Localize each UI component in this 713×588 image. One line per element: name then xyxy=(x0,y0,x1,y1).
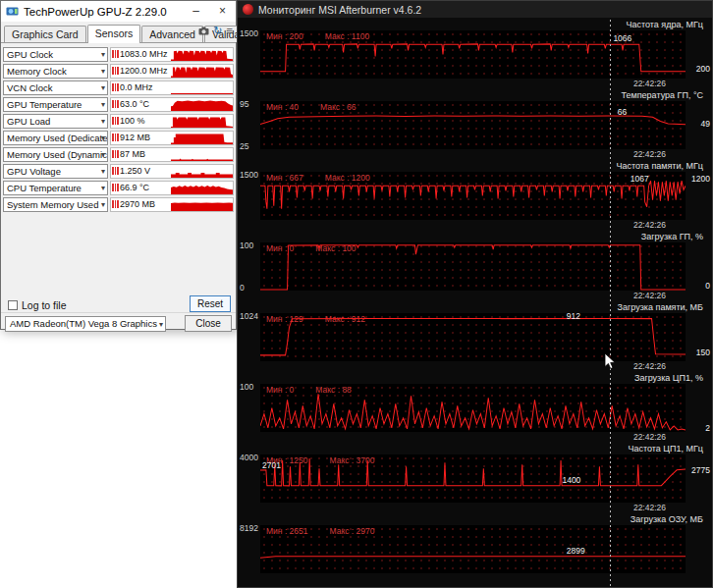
checkbox-icon[interactable] xyxy=(8,300,18,310)
latest-value-label: 150 xyxy=(696,347,710,357)
sensor-select-gpu-temperature[interactable]: GPU Temperature▾ xyxy=(3,97,108,112)
current-value-label: 1400 xyxy=(562,475,580,485)
latest-value-label: 2775 xyxy=(691,465,710,475)
mini-graph-icon xyxy=(112,83,119,91)
mini-graph-icon xyxy=(112,67,119,75)
graph-gpu-temperature: Температура ГП, °C 95 25 Мин : 40Макс : … xyxy=(238,90,712,161)
graph-plot: 4000 Мин : 1250Макс : 3700 2701 1400 277… xyxy=(260,454,686,503)
desktop: TechPowerUp GPU-Z 2.29.0 – × Graphics Ca… xyxy=(0,0,713,588)
current-value-label: 2899 xyxy=(567,546,585,556)
graph-cpu1-clock: Частота ЦП1, МГц 4000 Мин : 1250Макс : 3… xyxy=(238,444,712,514)
latest-value-label: 0 xyxy=(705,281,710,291)
refresh-icon[interactable]: ↻ xyxy=(213,26,222,36)
time-cursor-line xyxy=(610,20,611,587)
sensor-row-memory-clock: Memory Clock▾ 1200.0 MHz xyxy=(3,64,234,79)
graph-trace xyxy=(260,313,686,361)
axis-max-label: 100 xyxy=(240,241,253,250)
device-select[interactable]: AMD Radeon(TM) Vega 8 Graphics ▾ xyxy=(5,316,166,332)
chevron-down-icon: ▾ xyxy=(101,98,105,111)
graph-memory-usage: Загрузка памяти, МБ 1024 Мин : 129Макс :… xyxy=(238,302,712,373)
sensor-select-memory-used-dynamic[interactable]: Memory Used (Dynamic)▾ xyxy=(3,147,108,162)
sensor-value-cell: 66.9 °C xyxy=(110,181,234,195)
latest-value-label: 200 xyxy=(696,64,710,74)
sensor-select-vcn-clock[interactable]: VCN Clock▾ xyxy=(3,80,108,95)
tab-advanced[interactable]: Advanced xyxy=(141,26,203,42)
mini-graph-icon xyxy=(112,167,119,175)
mini-graph-icon xyxy=(112,184,119,191)
sensor-value: 66.9 °C xyxy=(120,182,171,194)
gpuz-window: TechPowerUp GPU-Z 2.29.0 – × Graphics Ca… xyxy=(0,0,237,330)
sensor-row-vcn-clock: VCN Clock▾ 0.0 MHz xyxy=(3,80,234,95)
sensor-name: GPU Load xyxy=(7,116,50,127)
sensor-value: 63.0 °C xyxy=(120,98,171,111)
tab-graphics-card[interactable]: Graphics Card xyxy=(4,26,86,42)
chevron-down-icon: ▾ xyxy=(101,148,105,161)
close-button[interactable]: Close xyxy=(185,315,232,332)
graph-memory-clock: Частота памяти, МГц 1500 Мин : 667Макс :… xyxy=(238,161,712,232)
afterburner-window: Мониторинг MSI Afterburner v4.6.2 Частот… xyxy=(237,0,713,588)
afterburner-app-icon xyxy=(243,4,253,15)
sensor-sparkline xyxy=(171,198,233,211)
chevron-down-icon: ▾ xyxy=(101,165,105,178)
tab-sensors[interactable]: Sensors xyxy=(87,25,141,43)
sensor-select-memory-clock[interactable]: Memory Clock▾ xyxy=(3,64,108,79)
graph-gpu-usage: Загрузка ГП, % 100 0 Мин : 0Макс : 100 0… xyxy=(238,232,712,302)
menu-icon[interactable]: ≡ xyxy=(227,26,233,36)
sensor-name: CPU Temperature xyxy=(7,183,82,193)
sensor-select-gpu-voltage[interactable]: GPU Voltage▾ xyxy=(3,164,108,179)
gpuz-title-bar[interactable]: TechPowerUp GPU-Z 2.29.0 – × xyxy=(1,1,236,22)
sensor-name: Memory Clock xyxy=(7,66,67,77)
graph-plot: 100 0 Мин : 0Макс : 100 0 xyxy=(260,242,686,291)
sensor-select-system-memory-used[interactable]: System Memory Used▾ xyxy=(3,197,108,212)
sensor-select-cpu-temperature[interactable]: CPU Temperature▾ xyxy=(3,181,108,195)
graph-trace xyxy=(260,242,686,291)
graph-title: Загрузка ЦП1, % xyxy=(238,373,712,384)
sensor-value-cell: 0.0 MHz xyxy=(110,80,234,95)
afterburner-title-bar[interactable]: Мониторинг MSI Afterburner v4.6.2 xyxy=(238,1,712,18)
start-value-label: 2701 xyxy=(262,460,281,470)
sensor-sparkline xyxy=(171,115,233,128)
sensor-name: Memory Used (Dedicated) xyxy=(7,133,108,143)
chevron-down-icon: ▾ xyxy=(101,65,105,78)
current-value-label: 1066 xyxy=(613,33,631,43)
sensor-row-system-memory-used: System Memory Used▾ 2970 MB xyxy=(3,197,234,212)
sensor-select-memory-used-dedicated[interactable]: Memory Used (Dedicated)▾ xyxy=(3,131,108,145)
graph-ram-usage: Загрузка ОЗУ, МБ 8192 Мин : 2651Макс : 2… xyxy=(238,514,712,585)
axis-max-label: 8192 xyxy=(240,523,258,533)
sensor-name: Memory Used (Dynamic) xyxy=(7,149,108,160)
chevron-down-icon: ▾ xyxy=(101,81,105,94)
graph-plot: 95 25 Мин : 40Макс : 66 66 49 xyxy=(260,101,686,149)
graph-plot: 1024 Мин : 129Макс : 912 912 150 xyxy=(260,313,686,361)
sensor-select-gpu-clock[interactable]: GPU Clock▾ xyxy=(3,47,108,62)
mini-graph-icon xyxy=(112,100,119,108)
sensor-row-gpu-load: GPU Load▾ 100 % xyxy=(3,114,234,129)
graph-plot: 1500 Мин : 200Макс : 1100 1066 200 xyxy=(260,30,686,79)
sensor-value-cell: 87 MB xyxy=(110,147,234,162)
sensor-name: GPU Voltage xyxy=(7,166,61,177)
axis-max-label: 1500 xyxy=(240,28,258,38)
graph-plot: 1500 Мин : 667Макс : 1200 1067 1200 xyxy=(260,172,686,220)
minimize-icon[interactable]: – xyxy=(183,2,209,22)
chevron-down-icon: ▾ xyxy=(101,198,105,211)
monitoring-graphs: Частота ядра, МГц 1500 Мин : 200Макс : 1… xyxy=(238,18,712,587)
graph-title: Загрузка памяти, МБ xyxy=(238,302,712,313)
graph-title: Загрузка ГП, % xyxy=(238,232,712,242)
sensor-select-gpu-load[interactable]: GPU Load▾ xyxy=(3,114,108,129)
camera-icon[interactable] xyxy=(198,27,209,35)
reset-button[interactable]: Reset xyxy=(190,295,231,312)
sensor-value-cell: 100 % xyxy=(110,114,234,129)
log-to-file-checkbox[interactable]: Log to file xyxy=(8,299,67,311)
axis-min-label: 0 xyxy=(240,283,245,293)
sensor-list: GPU Clock▾ 1083.0 MHz Memory Clock▾ 1200… xyxy=(1,43,236,212)
close-icon[interactable]: × xyxy=(209,2,236,22)
latest-value-label: 49 xyxy=(701,119,710,129)
time-label: 22:42:26 xyxy=(238,432,712,444)
graph-title: Частота ядра, МГц xyxy=(238,20,712,30)
mini-graph-icon xyxy=(112,50,119,58)
sensor-value: 2970 MB xyxy=(120,198,171,211)
sensor-row-memory-used-dynamic: Memory Used (Dynamic)▾ 87 MB xyxy=(3,147,234,162)
sensor-row-gpu-voltage: GPU Voltage▾ 1.250 V xyxy=(3,164,234,179)
time-label: 22:42:26 xyxy=(238,149,712,161)
axis-max-label: 1024 xyxy=(240,311,258,321)
sensor-row-gpu-clock: GPU Clock▾ 1083.0 MHz xyxy=(3,47,234,62)
